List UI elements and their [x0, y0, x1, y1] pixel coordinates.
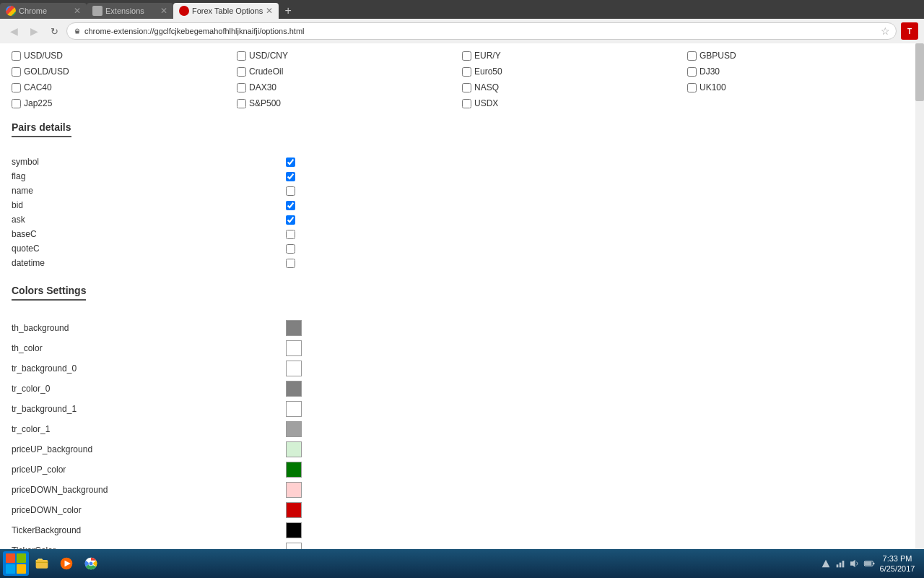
pair-euro50-check[interactable]	[462, 67, 471, 77]
pair-eury-label: EUR/Y	[474, 51, 501, 61]
color-tr-color-0-swatch[interactable]	[286, 381, 302, 397]
pair-dax30-check[interactable]	[237, 83, 246, 92]
pair-goldusd-check[interactable]	[12, 67, 21, 77]
tab-forex[interactable]: Forex Table Options ✕	[173, 3, 279, 19]
color-tr-background-0-swatch[interactable]	[286, 361, 302, 376]
svg-rect-8	[837, 564, 839, 567]
field-datetime-label: datetime	[12, 258, 286, 268]
system-clock: 7:33 PM 6/25/2017	[879, 553, 915, 574]
field-ask: ask	[12, 212, 912, 227]
color-pricedown-color-swatch[interactable]	[286, 502, 302, 518]
color-pricedown-bg: priceDOWN_background	[12, 480, 912, 500]
pair-usdcny-check[interactable]	[237, 51, 246, 61]
tab-chrome-close[interactable]: ✕	[74, 6, 81, 16]
color-priceup-bg-label: priceUP_background	[12, 444, 286, 454]
field-basec-check[interactable]	[286, 230, 295, 239]
color-pricedown-color-label: priceDOWN_color	[12, 505, 286, 515]
taskbar-explorer[interactable]	[30, 552, 53, 575]
tray-volume-icon	[849, 558, 860, 569]
color-tr-background-1-label: tr_background_1	[12, 404, 286, 414]
field-bid-check[interactable]	[286, 201, 295, 210]
field-symbol-check[interactable]	[286, 158, 295, 167]
color-th-color-swatch[interactable]	[286, 340, 302, 356]
pair-eury-check[interactable]	[462, 51, 471, 61]
new-tab-button[interactable]: +	[279, 3, 297, 19]
pair-dj30-label: DJ30	[699, 66, 720, 77]
win-quad-1	[6, 553, 15, 563]
color-pricedown-bg-swatch[interactable]	[286, 482, 302, 498]
color-ticker-background-swatch[interactable]	[286, 522, 302, 538]
back-button[interactable]: ◀	[6, 23, 22, 39]
color-priceup-color: priceUP_color	[12, 460, 912, 480]
svg-rect-14	[865, 561, 871, 565]
win-quad-4	[17, 564, 26, 574]
svg-rect-9	[840, 563, 842, 568]
pair-usdusd-check[interactable]	[12, 51, 21, 61]
url-bar[interactable]: chrome-extension://ggclfcjkebegemahofhlh…	[66, 22, 897, 40]
bookmark-star[interactable]: ☆	[881, 25, 890, 37]
pair-jap225-check[interactable]	[12, 99, 21, 108]
color-tr-color-1-swatch[interactable]	[286, 421, 302, 437]
pair-usdx-check[interactable]	[462, 99, 471, 108]
pair-gbpusd-check[interactable]	[687, 51, 697, 61]
scrollbar-thumb[interactable]	[915, 43, 924, 101]
tab-extensions-label: Extensions	[105, 7, 157, 15]
color-ticker-color-swatch[interactable]	[286, 543, 302, 549]
tab-forex-label: Forex Table Options	[192, 7, 263, 15]
pair-cac40-label: CAC40	[24, 82, 52, 92]
tab-extensions[interactable]: Extensions ✕	[87, 3, 173, 19]
taskbar-chrome[interactable]	[79, 552, 103, 575]
color-tr-color-0: tr_color_0	[12, 379, 912, 399]
color-tr-background-0: tr_background_0	[12, 358, 912, 379]
pair-crudeoil-check[interactable]	[237, 67, 246, 77]
colors-settings-heading: Colors Settings	[12, 285, 86, 301]
win-quad-2	[17, 553, 26, 563]
page-content: USD/USD USD/CNY EUR/Y GBPUSD GOLD/USD	[0, 43, 924, 549]
field-datetime-check[interactable]	[286, 259, 295, 268]
extension-button[interactable]: T	[901, 22, 918, 40]
tab-chrome-label: Chrome	[19, 7, 71, 15]
field-name-check[interactable]	[286, 186, 295, 196]
field-flag: flag	[12, 169, 912, 184]
pair-jap225-label: Jap225	[24, 98, 52, 108]
field-symbol-label: symbol	[12, 157, 286, 167]
start-button[interactable]	[3, 551, 29, 576]
scrollbar-track[interactable]	[915, 43, 924, 549]
field-name-label: name	[12, 186, 286, 196]
tab-extensions-close[interactable]: ✕	[160, 6, 167, 16]
clock-time: 7:33 PM	[883, 553, 912, 564]
pair-cac40: CAC40	[12, 81, 237, 94]
taskbar-media[interactable]	[55, 552, 78, 575]
field-quotec-check[interactable]	[286, 244, 295, 254]
color-tr-background-1-swatch[interactable]	[286, 401, 302, 417]
field-flag-check[interactable]	[286, 172, 295, 181]
windows-logo	[6, 553, 26, 574]
color-pricedown-bg-label: priceDOWN_background	[12, 485, 286, 495]
field-symbol: symbol	[12, 155, 912, 169]
pair-sp500-check[interactable]	[237, 99, 246, 108]
pair-cac40-check[interactable]	[12, 83, 21, 92]
pair-uk100: UK100	[687, 81, 912, 94]
pair-nasq-check[interactable]	[462, 83, 471, 92]
color-ticker-color: TickerColor	[12, 540, 912, 549]
pair-dj30-check[interactable]	[687, 67, 697, 77]
tab-forex-close[interactable]: ✕	[266, 6, 273, 16]
forex-favicon	[179, 6, 189, 16]
url-text: chrome-extension://ggclfcjkebegemahofhlh…	[84, 27, 878, 35]
pair-usdusd-label: USD/USD	[24, 51, 63, 61]
color-priceup-color-swatch[interactable]	[286, 462, 302, 478]
color-tr-color-1-label: tr_color_1	[12, 424, 286, 434]
svg-rect-13	[873, 563, 874, 565]
color-priceup-bg: priceUP_background	[12, 439, 912, 460]
tab-chrome[interactable]: Chrome ✕	[0, 3, 87, 19]
pair-dj30: DJ30	[687, 65, 912, 78]
field-ask-check[interactable]	[286, 215, 295, 225]
pairs-details-section: Pairs details symbol flag name bid	[12, 121, 912, 270]
color-priceup-bg-swatch[interactable]	[286, 441, 302, 457]
refresh-button[interactable]: ↻	[46, 23, 62, 39]
color-th-background-swatch[interactable]	[286, 320, 302, 336]
pair-uk100-check[interactable]	[687, 83, 697, 92]
pair-usdcny-label: USD/CNY	[249, 51, 288, 61]
color-th-background-label: th_background	[12, 323, 286, 333]
forward-button[interactable]: ▶	[26, 23, 42, 39]
